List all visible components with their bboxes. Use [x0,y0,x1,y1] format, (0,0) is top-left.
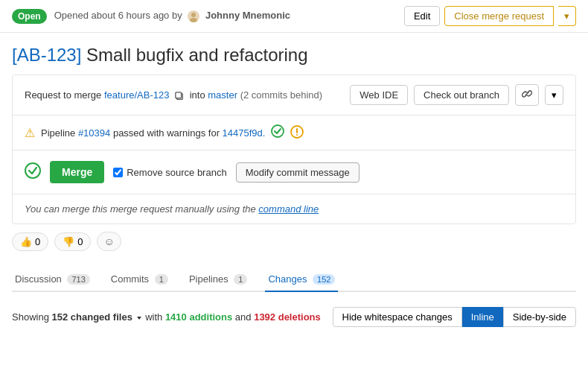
thumbs-down-count: 0 [77,236,83,247]
issue-id: [AB-123] [12,45,81,65]
open-badge: Open [12,9,47,24]
svg-point-10 [25,163,40,178]
target-branch-link[interactable]: master [208,89,237,101]
thumbs-up-count: 0 [35,236,40,247]
request-to-merge-label: Request to merge [25,89,101,101]
web-ide-button[interactable]: Web IDE [350,85,408,105]
pipeline-row: ⚠ Pipeline #10394 passed with warnings f… [13,115,575,150]
manual-merge-row: You can merge this merge request manuall… [13,194,575,224]
modify-commit-button[interactable]: Modify commit message [236,162,359,183]
remove-source-branch-text: Remove source branch [127,167,226,178]
thumbs-down-icon: 👎 [63,236,74,247]
pipeline-id-link[interactable]: #10394 [78,127,110,139]
thumbs-up-icon: 👍 [20,236,32,247]
merge-action-row: Merge Remove source branch Modify commit… [13,150,575,194]
copy-link-button[interactable] [515,84,539,106]
files-count: 152 changed files [52,311,132,323]
tab-pipelines[interactable]: Pipelines 1 [186,267,251,292]
edit-button[interactable]: Edit [404,6,440,26]
side-by-side-button[interactable]: Side-by-side [503,307,576,327]
deletions-count: 1392 deletions [254,311,321,323]
author-name: Johnny Mnemonic [205,10,290,21]
svg-marker-11 [137,317,141,320]
pipeline-warning-icon: ⚠ [25,126,35,140]
top-bar-actions: Edit Close merge request ▾ [404,6,576,26]
close-mr-button[interactable]: Close merge request [444,6,554,26]
files-dropdown-icon[interactable] [135,314,143,322]
svg-point-6 [272,125,284,137]
opened-text: Opened about 6 hours ago by [54,10,182,21]
top-bar: Open Opened about 6 hours ago by Johnny … [0,0,588,33]
merge-ready-icon [25,162,41,183]
title-text: Small bugfix and refactoring [81,45,307,65]
commit-hash-link[interactable]: 14475f9d. [223,127,266,139]
thumbs-down-button[interactable]: 👎 0 [54,232,91,251]
merge-info-row: Request to merge feature/AB-123 into mas… [13,75,575,115]
small-warning-icon [290,125,304,141]
author-avatar-icon [188,10,199,22]
top-bar-meta: Opened about 6 hours ago by Johnny Mnemo… [54,10,397,22]
thumbs-up-button[interactable]: 👍 0 [12,232,48,251]
merge-button[interactable]: Merge [50,161,104,183]
check-circle-icon [271,124,284,138]
source-branch-link[interactable]: feature/AB-123 [104,89,169,101]
svg-point-1 [191,13,196,17]
hide-whitespace-button[interactable]: Hide whitespace changes [333,307,462,327]
svg-point-2 [190,18,197,22]
ready-check-circle-icon [25,162,41,179]
svg-line-5 [525,92,528,95]
copy-branch-icon[interactable] [175,92,184,101]
more-options-button[interactable]: ▾ [545,85,563,105]
title-section: [AB-123] Small bugfix and refactoring [0,33,588,75]
check-icon [271,124,284,141]
svg-point-9 [296,134,298,136]
inline-view-button[interactable]: Inline [462,307,503,327]
tab-changes[interactable]: Changes 152 [265,267,338,292]
main-panel: Request to merge feature/AB-123 into mas… [12,75,576,224]
remove-source-branch-checkbox[interactable] [113,168,123,177]
add-reaction-button[interactable]: ☺ [97,232,121,251]
command-line-link[interactable]: command line [258,203,319,215]
tabs-row: Discussion 713 Commits 1 Pipelines 1 Cha… [12,267,576,292]
whitespace-actions: Hide whitespace changes Inline Side-by-s… [333,307,577,327]
showing-text: Showing 152 changed files with 1410 addi… [12,311,333,323]
link-icon [522,89,532,99]
merge-actions: Web IDE Check out branch ▾ [350,84,563,106]
checkout-button[interactable]: Check out branch [414,85,509,105]
warning-circle-icon [290,125,304,139]
reactions-row: 👍 0 👎 0 ☺ [0,224,588,259]
remove-source-branch-label[interactable]: Remove source branch [113,167,226,178]
bottom-bar: Showing 152 changed files with 1410 addi… [0,299,588,335]
additions-count: 1410 additions [165,311,232,323]
tab-commits[interactable]: Commits 1 [108,267,171,292]
tab-discussion[interactable]: Discussion 713 [12,267,93,292]
pipeline-text: Pipeline #10394 passed with warnings for… [41,127,265,139]
into-label: into [190,89,205,101]
merge-info-text: Request to merge feature/AB-123 into mas… [25,89,344,101]
svg-rect-4 [176,92,182,98]
mr-title: [AB-123] Small bugfix and refactoring [12,45,576,66]
behind-info: (2 commits behind) [240,89,323,101]
add-reaction-icon: ☺ [103,235,114,247]
close-mr-caret-button[interactable]: ▾ [558,6,576,26]
